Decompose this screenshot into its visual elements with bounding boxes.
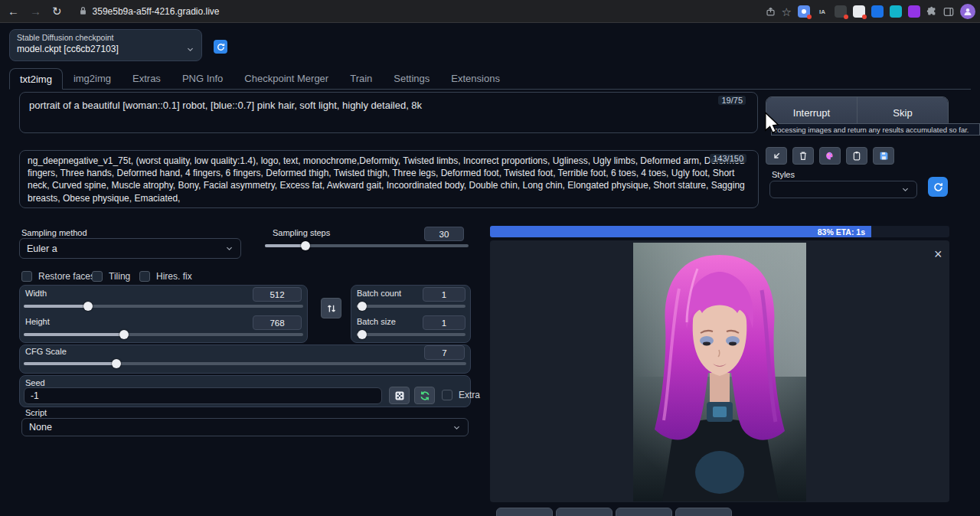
batch-count-value[interactable]: 1: [423, 287, 466, 302]
negative-prompt-input[interactable]: ng_deepnegative_v1_75t, (worst quality, …: [19, 150, 759, 208]
cfg-scale-slider[interactable]: [24, 359, 466, 368]
batch-count-slider[interactable]: [357, 302, 466, 311]
tiling-checkbox[interactable]: Tiling: [92, 271, 130, 282]
width-value[interactable]: 512: [253, 287, 302, 302]
slider-handle[interactable]: [83, 302, 93, 311]
height-label: Height: [25, 317, 50, 326]
apply-style-button[interactable]: [846, 147, 867, 165]
height-value[interactable]: 768: [253, 315, 302, 330]
lock-icon: [79, 5, 87, 18]
notification-badge: [862, 15, 867, 19]
height-slider[interactable]: [24, 330, 303, 339]
extension-icon[interactable]: [908, 5, 920, 18]
sampling-steps-value[interactable]: 30: [424, 227, 464, 241]
tab-train[interactable]: Train: [339, 68, 383, 89]
negative-token-counter: 143/150: [710, 154, 746, 163]
refresh-checkpoint-button[interactable]: [214, 40, 227, 54]
chevron-down-icon: [186, 45, 194, 54]
tab-img2img[interactable]: img2img: [63, 68, 122, 89]
extension-icon[interactable]: IA: [816, 5, 828, 18]
output-action-button[interactable]: [675, 508, 732, 516]
extension-icon[interactable]: [798, 5, 810, 18]
styles-label: Styles: [772, 170, 795, 179]
styles-dropdown[interactable]: [769, 181, 917, 198]
clear-prompt-button[interactable]: [792, 147, 814, 165]
sidebar-panel-icon[interactable]: [943, 7, 954, 17]
extension-icon[interactable]: [853, 5, 865, 18]
batch-size-value[interactable]: 1: [423, 315, 466, 330]
width-slider[interactable]: [24, 302, 303, 311]
random-seed-button[interactable]: [389, 387, 410, 404]
tab-extras[interactable]: Extras: [122, 68, 172, 89]
generated-image[interactable]: [633, 243, 806, 501]
prompt-input[interactable]: portrait of a beautiful [woman::0.1] rob…: [19, 92, 758, 133]
slider-handle[interactable]: [119, 330, 129, 339]
address-bar[interactable]: 359e5b9a-a5ff-4216.gradio.live: [79, 5, 220, 18]
swap-dimensions-button[interactable]: [321, 298, 341, 318]
slider-handle[interactable]: [358, 302, 367, 311]
refresh-styles-button[interactable]: [928, 177, 948, 197]
screen: ← → ↻ 359e5b9a-a5ff-4216.gradio.live ☆ I…: [0, 0, 980, 516]
extension-icon[interactable]: [890, 5, 902, 18]
width-label: Width: [25, 289, 47, 298]
interrupt-tooltip: rocessing images and return any results …: [771, 123, 980, 136]
output-action-button[interactable]: [496, 508, 553, 516]
chevron-down-icon: [901, 185, 910, 194]
script-dropdown[interactable]: None: [21, 418, 469, 436]
tab-checkpoint-merger[interactable]: Checkpoint Merger: [234, 68, 339, 89]
browser-nav: ← → ↻: [0, 5, 62, 17]
slider-handle[interactable]: [358, 330, 367, 339]
notification-badge: [807, 15, 812, 19]
paste-params-button[interactable]: [766, 147, 787, 165]
checkpoint-value: model.ckpt [cc6cb27103]: [17, 44, 119, 54]
forward-button[interactable]: →: [30, 5, 41, 17]
sampling-method-dropdown[interactable]: Euler a: [19, 238, 241, 259]
chevron-down-icon: [225, 244, 234, 253]
chevron-down-icon: [452, 423, 461, 432]
extensions-puzzle-icon[interactable]: [926, 6, 937, 17]
trash-icon: [799, 151, 808, 161]
batch-size-label: Batch size: [357, 317, 396, 326]
batch-count-label: Batch count: [357, 289, 401, 298]
tab-txt2img[interactable]: txt2img: [9, 68, 63, 90]
slider-handle[interactable]: [301, 241, 310, 250]
extension-icon[interactable]: [835, 5, 847, 18]
extension-icon[interactable]: [871, 5, 884, 18]
seed-label: Seed: [25, 378, 45, 387]
share-icon[interactable]: [766, 7, 776, 17]
reload-button[interactable]: ↻: [52, 5, 62, 17]
hires-fix-checkbox[interactable]: Hires. fix: [139, 271, 192, 282]
output-action-button[interactable]: [616, 508, 672, 516]
extra-seed-checkbox[interactable]: Extra: [442, 390, 480, 400]
prompt-container: portrait of a beautiful [woman::0.1] rob…: [19, 92, 758, 133]
refresh-icon: [217, 43, 225, 51]
batch-size-slider[interactable]: [357, 330, 466, 339]
notification-badge: [844, 15, 848, 19]
profile-avatar[interactable]: [960, 4, 975, 19]
browser-toolbar: ← → ↻ 359e5b9a-a5ff-4216.gradio.live ☆ I…: [0, 0, 980, 23]
prompt-token-counter: 19/75: [718, 96, 746, 105]
slider-handle[interactable]: [112, 359, 121, 368]
bookmark-star-icon[interactable]: ☆: [782, 6, 792, 18]
swap-icon: [326, 303, 337, 314]
url-text: 359e5b9a-a5ff-4216.gradio.live: [93, 6, 220, 17]
tab-bar: txt2img img2img Extras PNG Info Checkpoi…: [9, 68, 971, 90]
seed-input[interactable]: [24, 387, 382, 404]
sampling-steps-slider[interactable]: [265, 241, 469, 250]
output-action-button[interactable]: [556, 508, 612, 516]
tab-extensions[interactable]: Extensions: [440, 68, 511, 89]
close-icon[interactable]: ×: [934, 247, 942, 263]
save-style-button[interactable]: [873, 147, 894, 165]
tab-settings[interactable]: Settings: [383, 68, 440, 89]
back-button[interactable]: ←: [8, 5, 19, 17]
cfg-scale-value[interactable]: 7: [424, 345, 465, 360]
reuse-seed-button[interactable]: [414, 387, 435, 404]
restore-faces-checkbox[interactable]: Restore faces: [21, 271, 95, 282]
checkpoint-dropdown[interactable]: Stable Diffusion checkpoint model.ckpt […: [9, 29, 202, 61]
palette-icon: [825, 151, 835, 161]
tab-png-info[interactable]: PNG Info: [172, 68, 234, 89]
progress-text: 83% ETA: 1s: [818, 227, 865, 237]
roll-artist-button[interactable]: [819, 147, 841, 165]
clipboard-icon: [852, 151, 861, 161]
browser-extensions-area: ☆ IA: [766, 0, 975, 23]
